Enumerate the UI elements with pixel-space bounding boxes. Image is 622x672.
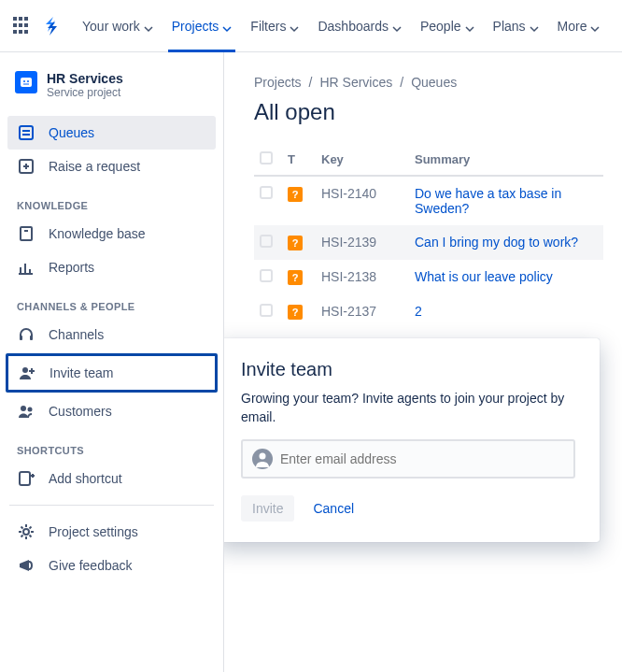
issue-key[interactable]: HSI-2140 — [321, 186, 376, 201]
chevron-down-icon — [392, 21, 402, 31]
top-nav: Your work Projects Filters Dashboards Pe… — [0, 0, 622, 52]
divider — [9, 505, 214, 506]
sidebar-item-queues[interactable]: Queues — [7, 116, 216, 150]
main-content: Projects/ HR Services/ Queues All open T… — [224, 52, 622, 672]
plus-box-icon — [17, 157, 35, 176]
nav-your-work[interactable]: Your work — [75, 0, 161, 52]
sidebar-heading-knowledge: KNOWLEDGE — [7, 183, 216, 217]
sidebar-label: Customers — [49, 404, 112, 419]
sidebar-label: Raise a request — [49, 159, 140, 174]
chevron-down-icon — [590, 21, 600, 31]
col-key[interactable]: Key — [316, 144, 409, 176]
col-type[interactable]: T — [282, 144, 316, 176]
cancel-button[interactable]: Cancel — [302, 495, 365, 522]
table-row[interactable]: ?HSI-2140Do we have a tax base in Sweden… — [254, 176, 603, 225]
svg-rect-22 — [20, 472, 30, 485]
table-row[interactable]: ?HSI-2139Can I bring my dog to work? — [254, 225, 603, 260]
issue-type-icon: ? — [288, 236, 303, 250]
project-icon — [15, 71, 37, 93]
sidebar-item-give-feedback[interactable]: Give feedback — [7, 549, 216, 582]
sidebar-item-knowledge-base[interactable]: Knowledge base — [7, 217, 216, 250]
svg-point-2 — [27, 80, 29, 82]
sidebar-item-reports[interactable]: Reports — [7, 250, 216, 284]
sidebar-label: Channels — [49, 327, 104, 342]
sidebar-heading-shortcuts: SHORTCUTS — [7, 428, 216, 462]
sidebar-label: Give feedback — [49, 558, 133, 573]
table-row[interactable]: ?HSI-2138What is our leave policy — [254, 260, 603, 294]
svg-point-25 — [23, 529, 29, 535]
nav-more[interactable]: More — [550, 0, 608, 52]
sidebar-item-raise-request[interactable]: Raise a request — [7, 150, 216, 183]
svg-rect-16 — [30, 336, 33, 340]
issue-key[interactable]: HSI-2137 — [321, 304, 376, 319]
crumb-queues[interactable]: Queues — [411, 75, 457, 90]
sidebar-item-customers[interactable]: Customers — [7, 394, 216, 428]
svg-rect-15 — [20, 336, 22, 340]
chevron-down-icon — [465, 21, 474, 31]
svg-point-21 — [28, 407, 33, 412]
crumb-projects[interactable]: Projects — [254, 75, 302, 90]
issue-type-icon: ? — [288, 305, 303, 320]
issue-summary[interactable]: Can I bring my dog to work? — [415, 235, 578, 250]
email-field[interactable] — [280, 451, 564, 466]
sidebar-label: Reports — [49, 260, 94, 275]
issue-summary[interactable]: Do we have a tax base in Sweden? — [415, 186, 561, 216]
row-checkbox[interactable] — [260, 186, 273, 199]
chevron-down-icon — [290, 21, 299, 31]
sidebar-label: Queues — [49, 125, 94, 140]
project-subtitle: Service project — [47, 86, 123, 99]
svg-point-17 — [22, 367, 28, 373]
chevron-down-icon — [222, 21, 232, 31]
svg-rect-0 — [21, 78, 32, 87]
svg-point-20 — [21, 406, 26, 411]
app-switcher-icon[interactable] — [11, 15, 34, 37]
sidebar-label: Invite team — [49, 365, 113, 380]
shortcut-plus-icon — [17, 469, 35, 488]
sidebar-item-channels[interactable]: Channels — [7, 318, 216, 351]
issue-summary[interactable]: What is our leave policy — [415, 269, 553, 284]
table-row[interactable]: ?HSI-21372 — [254, 294, 603, 329]
people-icon — [17, 402, 35, 421]
avatar-icon — [252, 449, 273, 469]
row-checkbox[interactable] — [260, 304, 273, 317]
svg-point-1 — [23, 80, 25, 82]
select-all-checkbox[interactable] — [260, 151, 273, 164]
highlight-invite-team: Invite team — [6, 353, 218, 393]
project-name: HR Services — [47, 71, 123, 86]
issue-key[interactable]: HSI-2138 — [321, 269, 376, 284]
sidebar-heading-channels: CHANNELS & PEOPLE — [7, 284, 216, 318]
popover-title: Invite team — [241, 359, 575, 380]
sidebar-label: Add shortcut — [49, 471, 122, 486]
email-input-wrapper[interactable] — [241, 439, 575, 479]
sidebar-item-project-settings[interactable]: Project settings — [7, 515, 216, 549]
queue-icon — [17, 123, 35, 142]
sidebar-item-invite-team[interactable]: Invite team — [8, 356, 215, 390]
col-summary[interactable]: Summary — [409, 144, 603, 176]
chevron-down-icon — [530, 21, 539, 31]
issue-type-icon: ? — [288, 187, 303, 202]
issue-type-icon: ? — [288, 270, 303, 285]
nav-filters[interactable]: Filters — [243, 0, 306, 52]
nav-projects[interactable]: Projects — [164, 0, 240, 52]
invite-team-popover: Invite team Growing your team? Invite ag… — [224, 338, 600, 542]
svg-rect-9 — [21, 227, 32, 240]
page-title: All open — [254, 99, 603, 125]
breadcrumb: Projects/ HR Services/ Queues — [254, 75, 603, 90]
chart-icon — [17, 258, 35, 277]
sidebar-item-add-shortcut[interactable]: Add shortcut — [7, 462, 216, 495]
invite-button[interactable]: Invite — [241, 495, 294, 522]
issue-key[interactable]: HSI-2139 — [321, 235, 376, 250]
svg-point-27 — [260, 453, 266, 460]
row-checkbox[interactable] — [260, 269, 273, 282]
headset-icon — [17, 325, 35, 344]
nav-plans[interactable]: Plans — [486, 0, 546, 52]
crumb-project[interactable]: HR Services — [319, 75, 392, 90]
row-checkbox[interactable] — [260, 235, 273, 248]
nav-people[interactable]: People — [413, 0, 482, 52]
nav-dashboards[interactable]: Dashboards — [310, 0, 409, 52]
issue-summary[interactable]: 2 — [415, 304, 422, 319]
jira-logo-icon[interactable] — [43, 15, 65, 37]
person-plus-icon — [18, 364, 36, 382]
sidebar: HR Services Service project Queues Raise… — [0, 52, 224, 672]
popover-description: Growing your team? Invite agents to join… — [241, 390, 575, 426]
